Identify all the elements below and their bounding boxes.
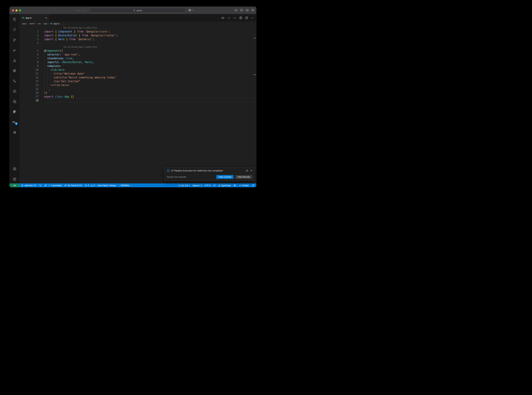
compare-changes-status[interactable] bbox=[39, 184, 42, 187]
line-number: 12 bbox=[19, 76, 38, 79]
branch-status[interactable]: add-hero bbox=[21, 184, 36, 187]
nx-console-icon[interactable]: N> 2 bbox=[12, 120, 17, 124]
line-number: 16 bbox=[19, 91, 38, 95]
breadcrumb-file[interactable]: app.ts bbox=[54, 22, 59, 25]
notifications-bell[interactable] bbox=[252, 184, 254, 187]
split-editor-icon[interactable] bbox=[245, 16, 248, 19]
plug-icon bbox=[48, 184, 50, 187]
edge-browser-icon[interactable] bbox=[12, 110, 17, 114]
go-back-icon[interactable]: ← bbox=[77, 8, 80, 12]
close-window-button[interactable] bbox=[12, 9, 14, 11]
breadcrumb: apps› demo› src› app› TS app.ts› … bbox=[19, 22, 256, 26]
line-number: 13 bbox=[19, 79, 38, 83]
vim-mode-status[interactable]: -- NORMAL -- bbox=[119, 184, 132, 187]
nx-graph-search-icon[interactable] bbox=[12, 99, 17, 104]
source-control-icon[interactable] bbox=[12, 38, 17, 42]
notification-source: Source: Nx Console bbox=[167, 176, 186, 178]
language-status[interactable]: {} TypeScript bbox=[218, 184, 231, 187]
container-tools-icon[interactable] bbox=[12, 130, 17, 134]
account-icon[interactable] bbox=[12, 167, 17, 171]
line-number: 3 bbox=[19, 37, 38, 41]
explorer-icon[interactable] bbox=[12, 17, 17, 22]
code-line: 8 imports: [RouterOutlet, Hero], bbox=[19, 60, 256, 64]
graph-circle-icon[interactable] bbox=[239, 16, 242, 19]
compare-icon bbox=[39, 184, 42, 187]
settings-gear-icon[interactable] bbox=[12, 177, 17, 181]
chevron-down-icon bbox=[192, 9, 194, 11]
problems-status[interactable]: 0 0 bbox=[85, 184, 95, 187]
remote-indicator[interactable]: >< bbox=[10, 183, 19, 187]
more-actions-icon[interactable] bbox=[251, 16, 254, 19]
errors-icon bbox=[85, 184, 87, 187]
minimize-window-button[interactable] bbox=[16, 9, 17, 11]
code-line: 15 `, bbox=[19, 87, 256, 91]
extensions-icon[interactable] bbox=[12, 69, 17, 73]
cursor-position-status[interactable]: Ln 18, Col 1 bbox=[178, 184, 190, 187]
type-hierarchy-icon[interactable] bbox=[12, 79, 17, 83]
line-number: 5 bbox=[19, 49, 38, 53]
code-line: 9 template: ` bbox=[19, 64, 256, 68]
code-editor[interactable]: You, 26 minutes ago | 1 author (You)1imp… bbox=[19, 26, 256, 183]
notification-close-icon[interactable]: ✕ bbox=[250, 169, 252, 172]
run-and-debug-icon[interactable] bbox=[12, 48, 17, 52]
tab-app-ts[interactable]: TS app.ts ✕ bbox=[19, 14, 49, 22]
breadcrumb-item[interactable]: app bbox=[44, 22, 47, 25]
go-forward-icon[interactable]: → bbox=[83, 8, 86, 12]
view-commit-button[interactable]: View Commit bbox=[216, 175, 233, 179]
breadcrumb-item[interactable]: demo bbox=[30, 22, 35, 25]
breadcrumb-item[interactable]: apps bbox=[22, 22, 27, 25]
close-tab-icon[interactable]: ✕ bbox=[45, 17, 47, 19]
history-navigation: ← → bbox=[77, 8, 86, 12]
line-number bbox=[19, 45, 38, 49]
code-line: 5@Component({ bbox=[19, 49, 256, 53]
tab-label: app.ts bbox=[25, 16, 32, 19]
navigate-forward-circle-icon[interactable] bbox=[233, 16, 236, 19]
prettier-status[interactable]: ✓✓ Prettier bbox=[239, 184, 249, 187]
info-icon bbox=[167, 169, 170, 172]
copilot-status[interactable] bbox=[233, 184, 236, 187]
zoom-window-button[interactable] bbox=[19, 9, 21, 11]
line-number: 15 bbox=[19, 87, 38, 91]
command-center-search[interactable]: acme bbox=[90, 8, 186, 13]
line-number: 6 bbox=[19, 53, 38, 56]
breadcrumb-item[interactable]: src bbox=[38, 22, 41, 25]
code-line: 6 selector: 'app-root', bbox=[19, 53, 256, 56]
search-value: acme bbox=[137, 9, 142, 12]
line-number: 8 bbox=[19, 60, 38, 64]
layout-controls bbox=[235, 9, 254, 12]
toggle-secondary-sidebar-icon[interactable] bbox=[251, 9, 254, 12]
code-line: 16}) bbox=[19, 91, 256, 95]
navigate-back-circle-icon[interactable] bbox=[221, 16, 225, 19]
nx-graph-icon[interactable] bbox=[12, 89, 17, 93]
rocket-icon bbox=[44, 184, 47, 187]
line-number: 17 bbox=[19, 95, 38, 99]
copilot-menu[interactable] bbox=[188, 8, 194, 12]
circle-connector-icon[interactable] bbox=[227, 16, 230, 19]
double-check-icon: ✓✓ bbox=[239, 184, 241, 187]
code-line: 10 <lib-hero bbox=[19, 68, 256, 72]
nx-cloud-fix-status[interactable]: Nx Cloud AI Fix bbox=[64, 184, 82, 187]
code-line: 12 subtitle="Build something amazing tod… bbox=[19, 76, 256, 79]
notification-settings-gear-icon[interactable] bbox=[246, 169, 248, 172]
line-number: 10 bbox=[19, 68, 38, 72]
titlebar: ← → acme bbox=[10, 7, 256, 14]
customize-layout-icon[interactable] bbox=[235, 9, 237, 12]
toggle-primary-sidebar-icon[interactable] bbox=[240, 9, 243, 12]
toggle-panel-icon[interactable] bbox=[246, 9, 249, 12]
notification-title: CI Pipeline Execution for #add-hero has … bbox=[171, 169, 223, 172]
testing-icon[interactable] bbox=[12, 58, 17, 63]
line-number: 9 bbox=[19, 64, 38, 68]
bell-icon bbox=[252, 184, 254, 187]
code-line: 7 standalone: true, bbox=[19, 56, 256, 60]
indentation-status[interactable]: Spaces: 2 bbox=[193, 184, 202, 187]
view-results-button[interactable]: View Results bbox=[235, 175, 252, 179]
line-number: 11 bbox=[19, 72, 38, 76]
breadcrumb-tail[interactable]: … bbox=[62, 22, 65, 25]
eol-status[interactable]: LF bbox=[213, 184, 216, 187]
auto-attach-status[interactable]: Auto Attach: Always bbox=[98, 184, 116, 187]
search-view-icon[interactable] bbox=[12, 28, 17, 32]
editor-actions bbox=[221, 14, 256, 22]
ruler-marker bbox=[254, 74, 256, 75]
encoding-status[interactable]: UTF-8 bbox=[204, 184, 210, 187]
launchpad-status[interactable]: Launchpad bbox=[44, 184, 61, 187]
